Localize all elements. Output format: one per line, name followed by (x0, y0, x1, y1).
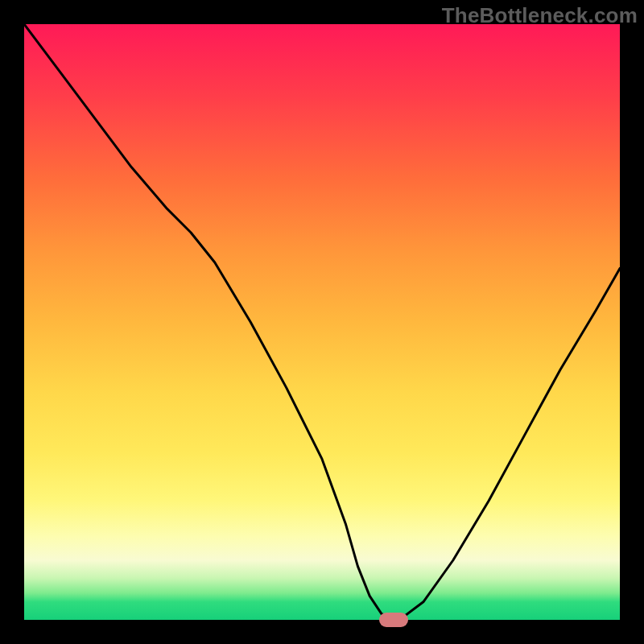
minimum-marker (379, 613, 408, 627)
plot-gradient-area (24, 24, 620, 620)
watermark-text: TheBottleneck.com (442, 3, 638, 28)
chart-frame: TheBottleneck.com (0, 0, 644, 644)
